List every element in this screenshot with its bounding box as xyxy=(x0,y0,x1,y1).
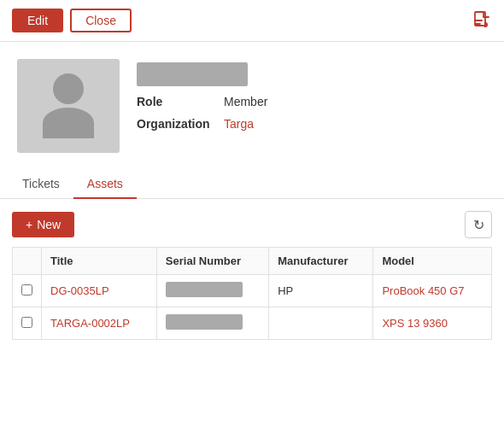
row1-checkbox-cell xyxy=(13,275,42,307)
assets-panel: + New ↻ Title Serial Number Manufacturer… xyxy=(0,199,504,348)
plus-icon: + xyxy=(26,218,32,231)
row1-serial xyxy=(156,275,268,307)
tabs: Tickets Assets xyxy=(0,170,504,199)
refresh-icon: ↻ xyxy=(473,217,484,233)
row1-title-link[interactable]: DG-0035LP xyxy=(50,284,109,297)
tab-tickets[interactable]: Tickets xyxy=(9,170,73,199)
row2-model: XPS 13 9360 xyxy=(373,307,492,340)
row2-title-link[interactable]: TARGA-0002LP xyxy=(50,317,130,330)
row1-checkbox[interactable] xyxy=(21,284,32,295)
profile-section: Role Member Organization Targa xyxy=(0,42,504,161)
refresh-button[interactable]: ↻ xyxy=(465,211,492,238)
close-button[interactable]: Close xyxy=(70,9,132,32)
toolbar-left: Edit Close xyxy=(12,9,132,32)
pdf-button[interactable] xyxy=(472,10,492,31)
profile-name-bar xyxy=(137,62,248,86)
row1-title: DG-0035LP xyxy=(42,275,157,307)
col-serial: Serial Number xyxy=(156,248,268,275)
row2-serial-redacted xyxy=(166,314,243,330)
avatar-body xyxy=(43,108,94,138)
avatar xyxy=(17,59,120,153)
row2-serial xyxy=(156,307,268,340)
role-label: Role xyxy=(137,95,214,108)
row1-model-link[interactable]: ProBook 450 G7 xyxy=(382,284,464,297)
pdf-icon xyxy=(472,10,492,31)
table-row: DG-0035LP HP ProBook 450 G7 xyxy=(13,275,492,307)
col-checkbox xyxy=(13,248,42,275)
org-value[interactable]: Targa xyxy=(224,117,254,131)
org-row: Organization Targa xyxy=(137,117,267,131)
new-button[interactable]: + New xyxy=(12,212,74,237)
row1-manufacturer: HP xyxy=(269,275,373,307)
org-label: Organization xyxy=(137,117,214,131)
row2-title: TARGA-0002LP xyxy=(42,307,157,340)
new-label: New xyxy=(37,218,61,231)
row2-model-link[interactable]: XPS 13 9360 xyxy=(382,317,448,330)
avatar-head xyxy=(53,73,84,104)
row2-checkbox[interactable] xyxy=(21,317,32,328)
table-row: TARGA-0002LP XPS 13 9360 xyxy=(13,307,492,340)
role-value: Member xyxy=(224,95,267,108)
panel-toolbar: + New ↻ xyxy=(12,211,492,238)
table-header-row: Title Serial Number Manufacturer Model xyxy=(13,248,492,275)
row2-checkbox-cell xyxy=(13,307,42,340)
profile-info: Role Member Organization Targa xyxy=(137,59,267,131)
col-model: Model xyxy=(373,248,492,275)
assets-table: Title Serial Number Manufacturer Model D… xyxy=(12,247,492,340)
avatar-icon xyxy=(43,73,94,138)
role-row: Role Member xyxy=(137,95,267,108)
col-manufacturer: Manufacturer xyxy=(269,248,373,275)
toolbar: Edit Close xyxy=(0,0,504,42)
col-title: Title xyxy=(42,248,157,275)
row2-manufacturer xyxy=(269,307,373,340)
edit-button[interactable]: Edit xyxy=(12,9,63,32)
tab-assets[interactable]: Assets xyxy=(73,170,137,199)
row1-serial-redacted xyxy=(166,282,243,297)
row1-model: ProBook 450 G7 xyxy=(373,275,492,307)
